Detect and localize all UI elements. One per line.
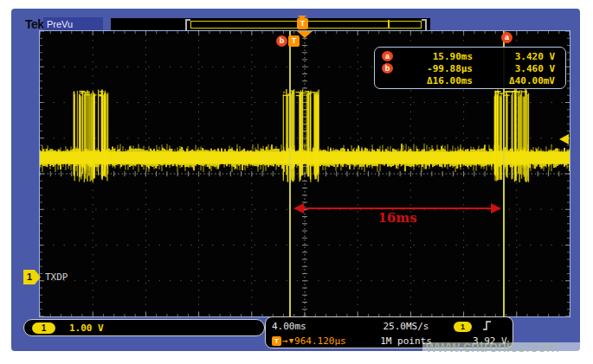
channel-1-reference-marker[interactable]: 1	[23, 270, 41, 284]
waveform-display: b T a a 15.90ms 3.420 V b -99.88µs 3.460…	[40, 31, 570, 316]
channel-1-status-panel[interactable]: 1 1.00 V	[23, 319, 265, 336]
trigger-marker-badge: T	[288, 35, 300, 47]
cursor-b-badge: b	[276, 35, 287, 47]
cursor-readout-panel: a 15.90ms 3.420 V b -99.88µs 3.460 V Δ16…	[374, 47, 566, 89]
cursor-a-badge: a	[501, 32, 512, 43]
measurement-arrow-line	[301, 208, 493, 209]
cursor-b-line[interactable]	[289, 31, 291, 318]
cursor-a-time: 15.90ms	[393, 51, 473, 62]
channel-1-badge: 1	[32, 322, 55, 334]
tek-logo: Tek	[25, 17, 44, 31]
arrow-right-icon: →	[282, 335, 288, 347]
cursor-b-marker-icon: b	[382, 63, 393, 73]
record-cursor-tick	[388, 20, 390, 29]
cursor-a-marker-icon: a	[382, 51, 393, 61]
trigger-slope-icon	[482, 320, 492, 334]
trigger-delay-readout: 964.120µs	[294, 335, 346, 347]
cursor-delta-readout-row: Δ16.00ms Δ40.00mV	[375, 74, 565, 86]
timebase-readout: 4.00ms	[272, 319, 358, 334]
watermark: www.cntronics.com	[426, 338, 559, 356]
scope-bezel: Tek PreVu T b T a a 15.90ms 3.420 V	[11, 9, 580, 351]
cursor-b-time: -99.88µs	[393, 63, 473, 74]
oscilloscope-screenshot: Tek PreVu T b T a a 15.90ms 3.420 V	[0, 0, 593, 364]
cursor-a-readout-row: a 15.90ms 3.420 V	[375, 50, 565, 62]
trigger-delay-cell: T→▼964.120µs	[272, 334, 358, 348]
record-window-bracket-left	[185, 19, 190, 32]
cursor-a-voltage: 3.420 V	[473, 51, 565, 62]
cursor-b-voltage: 3.460 V	[473, 63, 565, 74]
delta-time: Δ16.00ms	[393, 75, 473, 86]
delta-spacer	[382, 75, 393, 86]
trigger-delay-t-badge: T	[272, 336, 281, 346]
triangle-down-icon: ▼	[289, 336, 293, 345]
time-measurement-arrow: 16ms	[293, 202, 501, 228]
record-view-strip: T	[111, 18, 430, 30]
trigger-position-badge: T	[297, 18, 308, 29]
time-measurement-label: 16ms	[293, 210, 501, 226]
acquisition-mode-badge: PreVu	[43, 17, 103, 31]
trigger-source-cell: 1	[454, 319, 509, 334]
record-window-bracket-right	[422, 19, 427, 32]
sample-rate-readout: 25.0MS/s	[358, 319, 454, 334]
trigger-level-arrow-icon[interactable]	[559, 134, 569, 144]
channel-1-scale-readout: 1.00 V	[69, 322, 104, 334]
cursor-b-readout-row: b -99.88µs 3.460 V	[375, 62, 565, 74]
trigger-source-badge: 1	[454, 322, 472, 332]
signal-name-label: TXDP	[45, 271, 68, 283]
delta-voltage: Δ40.00mV	[473, 75, 565, 86]
